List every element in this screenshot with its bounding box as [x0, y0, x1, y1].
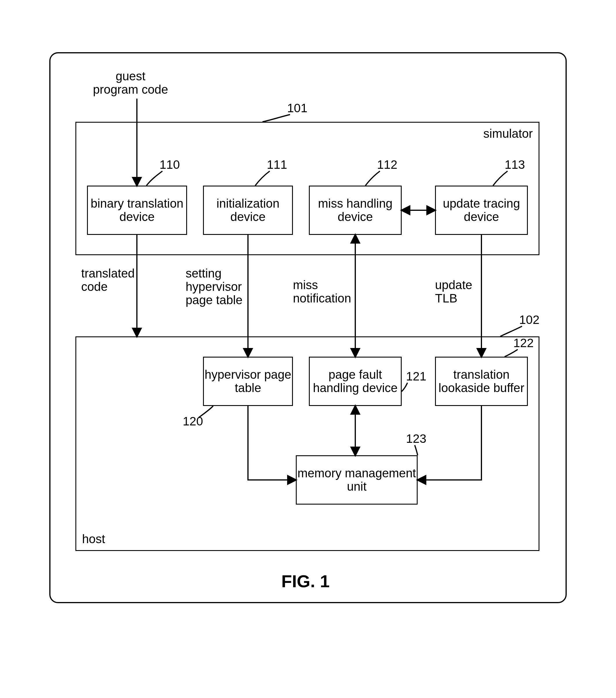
hypervisor-page-table-box: hypervisor page table: [203, 357, 293, 406]
tlb-text: translation lookaside buffer: [436, 368, 527, 395]
initialization-text: initialization device: [204, 197, 292, 224]
diagram-page: guest program code simulator 101 binary …: [0, 0, 616, 698]
setting-hypervisor-label: setting hypervisor page table: [186, 267, 242, 307]
page-fault-ref: 121: [406, 370, 426, 383]
figure-caption: FIG. 1: [281, 571, 330, 591]
initialization-box: initialization device: [203, 185, 293, 235]
miss-handling-text: miss handling device: [310, 197, 401, 224]
miss-handling-box: miss handling device: [309, 185, 402, 235]
guest-program-code-label: guest program code: [87, 70, 174, 96]
miss-notification-label: miss notification: [293, 278, 351, 305]
binary-translation-ref: 110: [159, 158, 180, 171]
hypervisor-page-table-text: hypervisor page table: [204, 368, 292, 395]
simulator-ref: 101: [287, 101, 307, 115]
update-tracing-box: update tracing device: [435, 185, 528, 235]
update-tracing-text: update tracing device: [436, 197, 527, 224]
host-label: host: [82, 532, 105, 546]
miss-handling-ref: 112: [377, 158, 397, 171]
mmu-text: memory management unit: [297, 466, 417, 493]
binary-translation-text: binary translation device: [88, 197, 186, 224]
page-fault-text: page fault handling device: [310, 368, 401, 395]
mmu-ref: 123: [406, 432, 426, 445]
binary-translation-box: binary translation device: [87, 185, 187, 235]
host-ref: 102: [519, 313, 540, 326]
tlb-box: translation lookaside buffer: [435, 357, 528, 406]
update-tracing-ref: 113: [505, 158, 525, 171]
update-tlb-label: update TLB: [435, 278, 472, 305]
simulator-label: simulator: [484, 127, 533, 140]
translated-code-label: translated code: [81, 267, 135, 293]
page-fault-box: page fault handling device: [309, 357, 402, 406]
hypervisor-page-table-ref: 120: [183, 415, 203, 428]
mmu-box: memory management unit: [296, 455, 418, 505]
initialization-ref: 111: [267, 158, 287, 171]
tlb-ref: 122: [513, 336, 534, 350]
